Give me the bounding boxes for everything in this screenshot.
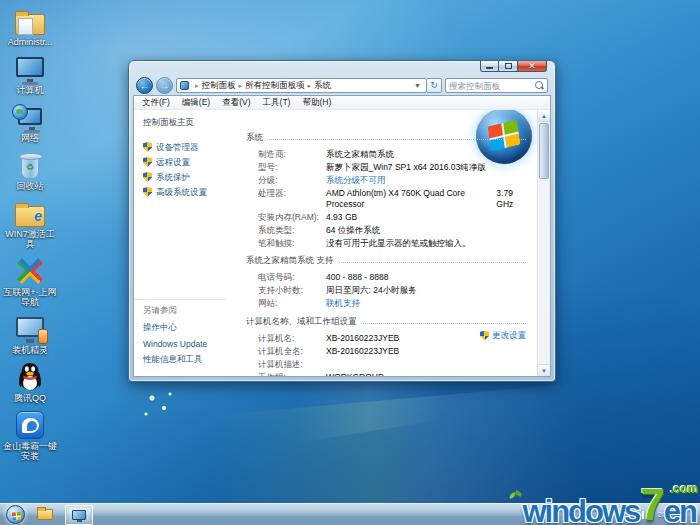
back-button[interactable]: ← — [136, 77, 153, 94]
sidebar-item-action-center[interactable]: 操作中心 — [143, 322, 226, 334]
start-button[interactable] — [6, 505, 25, 524]
show-desktop-button[interactable] — [692, 504, 700, 525]
taskbar-clock[interactable]: 2009/1/1 — [658, 511, 685, 519]
row-computer-description: 计算机描述: — [258, 359, 526, 370]
hidden-icons-chevron[interactable]: ▲ — [625, 511, 632, 518]
row-manufacturer: 制造商: 系统之家精简系统 — [258, 149, 526, 160]
breadcrumb-control-panel[interactable]: 控制面板 — [202, 80, 236, 92]
breadcrumb-system[interactable]: 系统 — [314, 80, 331, 92]
forward-button[interactable]: → — [156, 77, 173, 94]
sidebar-item-label: 设备管理器 — [156, 143, 199, 152]
desktop-icon-administrator[interactable]: Administr... — [1, 3, 59, 47]
network-tray-icon[interactable] — [636, 511, 644, 519]
breadcrumb-separator: ▸ — [239, 82, 243, 90]
row-rating: 分级: 系统分级不可用 — [258, 175, 526, 186]
desktop-icon-network[interactable]: 网络 — [1, 99, 59, 143]
network-icon — [18, 99, 42, 131]
breadcrumb-dropdown-arrow[interactable]: ▼ — [412, 82, 423, 89]
online-support-link[interactable]: 联机支持 — [326, 298, 360, 309]
recycle-bin-icon — [21, 147, 39, 179]
desktop-icon-duba[interactable]: 金山毒霸一键安装 — [1, 407, 59, 461]
menu-file[interactable]: 文件(F) — [142, 97, 170, 109]
row-computer-full-name: 计算机全名: XB-20160223JYEB — [258, 346, 526, 357]
sidebar-item-remote-settings[interactable]: 远程设置 — [143, 157, 232, 167]
control-panel-icon — [180, 81, 189, 90]
change-settings[interactable]: 更改设置 — [480, 330, 526, 342]
menu-help[interactable]: 帮助(H) — [302, 97, 331, 109]
taskbar-system-window-button[interactable] — [65, 505, 93, 525]
search-input[interactable] — [449, 81, 535, 91]
desktop-icon-internet-navigation[interactable]: 互联网+·上网导航 — [1, 253, 59, 307]
scrollbar-thumb[interactable] — [539, 123, 549, 179]
desktop-icon-win7-activation-tool[interactable]: e WIN7激活工具 — [1, 195, 59, 249]
sidebar-item-advanced-system-settings[interactable]: 高级系统设置 — [143, 187, 232, 197]
change-settings-link[interactable]: 更改设置 — [492, 330, 526, 342]
row-website: 网站: 联机支持 — [258, 298, 526, 309]
row-system-type: 系统类型: 64 位操作系统 — [258, 225, 526, 236]
icon-label: 腾讯QQ — [14, 393, 46, 403]
icon-label: 金山毒霸一键安装 — [2, 441, 58, 461]
sidebar-item-control-panel-home[interactable]: 控制面板主页 — [143, 117, 232, 129]
menu-tools[interactable]: 工具(T) — [263, 97, 291, 109]
duba-icon — [16, 407, 44, 439]
row-pen-touch: 笔和触摸: 没有可用于此显示器的笔或触控输入。 — [258, 238, 526, 249]
breadcrumb-all-items[interactable]: 所有控制面板项 — [245, 80, 305, 92]
desktop-icon-install-genie[interactable]: 装机精灵 — [1, 311, 59, 355]
section-system: 系统 制造商: 系统之家精简系统 型号: 新萝卜家园_Win7 SP1 x64 … — [246, 132, 526, 248]
desktop-icon-tencent-qq[interactable]: 腾讯QQ — [1, 359, 59, 403]
row-model: 型号: 新萝卜家园_Win7 SP1 x64 2016.03纯净版 — [258, 162, 526, 173]
minimize-icon — [486, 67, 493, 69]
menu-view[interactable]: 查看(V) — [222, 97, 250, 109]
uac-shield-icon — [143, 157, 152, 167]
breadcrumb-separator: ▸ — [195, 82, 199, 90]
menu-bar: 文件(F) 编辑(E) 查看(V) 工具(T) 帮助(H) — [134, 96, 550, 110]
section-title: 计算机名称、域和工作组设置 — [246, 316, 357, 328]
wallpaper-sparkles — [138, 388, 178, 428]
system-tray: ▲ 2009/1/1 — [625, 504, 700, 525]
close-button[interactable]: ✕ — [518, 61, 547, 72]
sprout-icon — [509, 491, 523, 503]
wallpaper-light-beam-green — [0, 363, 700, 525]
maximize-icon — [505, 63, 512, 69]
sidebar-item-performance-tools[interactable]: 性能信息和工具 — [143, 354, 226, 366]
user-folder-icon — [15, 3, 45, 35]
scroll-up-arrow[interactable]: ▲ — [538, 110, 550, 122]
icon-label: 装机精灵 — [12, 345, 48, 355]
pc-phone-icon — [16, 311, 44, 343]
volume-tray-icon[interactable] — [648, 511, 654, 519]
section-support: 系统之家精简系统 支持 电话号码: 400 - 888 - 8888 支持小时数… — [246, 255, 526, 309]
section-computer-name: 计算机名称、域和工作组设置 更改设置 计算机名: XB-20160223JYEB… — [246, 316, 526, 377]
sidebar-item-windows-update[interactable]: Windows Update — [143, 339, 226, 349]
taskbar-explorer-button[interactable] — [31, 505, 59, 525]
section-rule — [363, 323, 527, 324]
rating-unavailable-link[interactable]: 系统分级不可用 — [326, 175, 386, 186]
see-also-section: 另请参阅 操作中心 Windows Update 性能信息和工具 — [134, 299, 226, 371]
row-workgroup: 工作组: WORKGROUP — [258, 372, 526, 377]
icon-label: WIN7激活工具 — [2, 229, 58, 249]
cpu-speed: 3.79 GHz — [496, 188, 526, 209]
sidebar-item-system-protection[interactable]: 系统保护 — [143, 172, 232, 182]
minimize-button[interactable] — [480, 61, 499, 72]
breadcrumb[interactable]: ▸ 控制面板 ▸ 所有控制面板项 ▸ 系统 ▼ — [176, 78, 427, 93]
x-nav-icon — [16, 253, 44, 285]
system-info-content: 系统 制造商: 系统之家精简系统 型号: 新萝卜家园_Win7 SP1 x64 … — [234, 110, 550, 376]
menu-edit[interactable]: 编辑(E) — [182, 97, 210, 109]
row-phone: 电话号码: 400 - 888 - 8888 — [258, 272, 526, 283]
maximize-button[interactable] — [499, 61, 518, 72]
window-titlebar[interactable]: ✕ — [129, 61, 555, 76]
window-body: 控制面板主页 设备管理器 远程设置 系统保护 — [134, 110, 550, 376]
refresh-button[interactable]: ↻ — [427, 78, 442, 93]
icon-label: 计算机 — [17, 85, 44, 95]
sidebar-item-label: 高级系统设置 — [156, 188, 207, 197]
close-icon: ✕ — [528, 62, 536, 71]
icon-label: 回收站 — [17, 181, 44, 191]
desktop-icon-recycle-bin[interactable]: 回收站 — [1, 147, 59, 191]
sidebar-item-device-manager[interactable]: 设备管理器 — [143, 142, 232, 152]
see-also-title: 另请参阅 — [143, 305, 226, 317]
desktop-icon-computer[interactable]: 计算机 — [1, 51, 59, 95]
breadcrumb-separator: ▸ — [308, 82, 312, 90]
sidebar-item-label: 系统保护 — [156, 173, 190, 182]
explorer-folder-icon — [37, 509, 53, 520]
address-toolbar: ← → ▸ 控制面板 ▸ 所有控制面板项 ▸ 系统 ▼ ↻ — [129, 76, 555, 95]
scroll-down-arrow[interactable]: ▼ — [538, 364, 550, 376]
